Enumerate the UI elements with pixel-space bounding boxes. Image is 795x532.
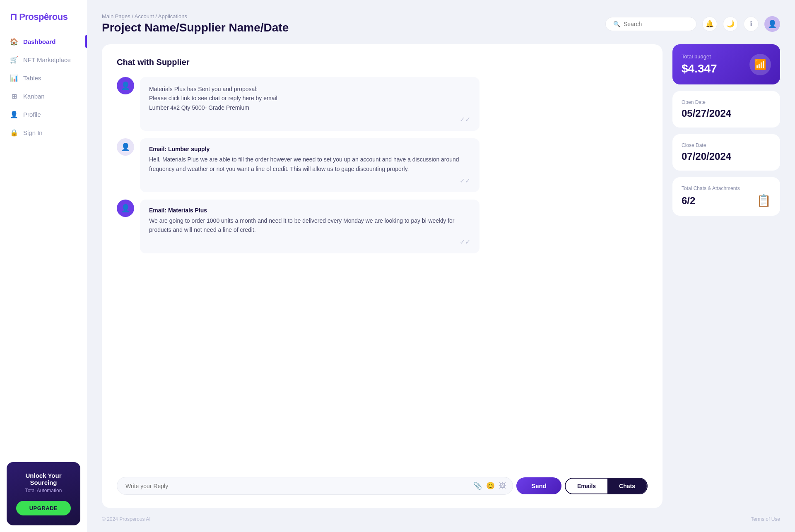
open-date-label: Open Date	[682, 99, 771, 105]
side-cards: Total budget $4.347 📶 Open Date 05/27/20…	[672, 44, 780, 508]
upgrade-button[interactable]: UPGRADE	[16, 501, 71, 515]
search-box[interactable]: 🔍	[605, 17, 696, 31]
sidebar-item-profile[interactable]: 👤Profile	[0, 105, 87, 123]
kanban-icon: ⊞	[10, 92, 18, 100]
sidebar-item-label: Kanban	[23, 93, 45, 100]
sidebar-nav: 🏠Dashboard🛒NFT Marketplace📊Tables⊞Kanban…	[0, 32, 87, 455]
sidebar-item-nft-marketplace[interactable]: 🛒NFT Marketplace	[0, 51, 87, 69]
msg-text: We are going to order 1000 units a month…	[149, 216, 470, 235]
chat-panel: Chat with Supplier 👤Materials Plus has S…	[102, 44, 662, 508]
dashboard-icon: 🏠	[10, 37, 18, 46]
topbar: Main Pages / Account / Applications Proj…	[102, 13, 780, 34]
search-input[interactable]	[624, 21, 689, 27]
dark-mode-icon[interactable]: 🌙	[723, 17, 738, 31]
emails-button[interactable]: Emails	[566, 479, 607, 493]
chats-attachments-value: 6/2	[682, 195, 695, 207]
open-date-value: 05/27/2024	[682, 108, 771, 119]
sidebar-item-tables[interactable]: 📊Tables	[0, 69, 87, 87]
sidebar-item-label: Profile	[23, 111, 41, 118]
sidebar-item-kanban[interactable]: ⊞Kanban	[0, 87, 87, 105]
msg-text: Please click link to see chat or reply h…	[149, 94, 470, 103]
msg-avatar: 👤	[117, 138, 134, 156]
sign-in-icon: 🔒	[10, 128, 18, 137]
sidebar-item-label: Sign In	[23, 129, 43, 136]
msg-avatar: 👤	[117, 200, 134, 217]
emoji-icon[interactable]: 😊	[486, 481, 495, 490]
notifications-icon[interactable]: 🔔	[702, 17, 717, 31]
upgrade-title: Unlock Your Sourcing	[15, 472, 72, 486]
content-area: Chat with Supplier 👤Materials Plus has S…	[102, 44, 780, 508]
chat-messages: 👤Materials Plus has Sent you and proposa…	[117, 77, 648, 467]
chats-attachments-row: 6/2 📋	[682, 194, 771, 207]
emails-chats-toggle: Emails Chats	[565, 478, 648, 494]
avatar[interactable]: 👤	[764, 16, 780, 32]
check-icon: ✓✓	[460, 116, 470, 123]
profile-icon: 👤	[10, 110, 18, 118]
breadcrumb: Main Pages / Account / Applications	[102, 13, 289, 19]
msg-text: Materials Plus has Sent you and proposal…	[149, 84, 470, 94]
upgrade-card: Unlock Your Sourcing Total Automation UP…	[7, 462, 80, 525]
copyright: © 2024 Prosperous AI	[102, 516, 151, 522]
reply-input[interactable]	[125, 483, 468, 489]
chat-message: 👤Email: Lumber supplyHell, Materials Plu…	[117, 138, 648, 192]
sidebar-item-label: Dashboard	[23, 38, 55, 45]
sidebar-item-sign-in[interactable]: 🔒Sign In	[0, 123, 87, 142]
msg-sender: Email: Materials Plus	[149, 207, 470, 214]
msg-bubble: Email: Materials PlusWe are going to ord…	[140, 200, 479, 253]
image-icon[interactable]: 🖼	[499, 482, 506, 490]
close-date-value: 07/20/2024	[682, 151, 771, 162]
logo-text: Prospêrous	[19, 12, 67, 22]
reply-icons: 📎 😊 🖼	[473, 481, 506, 490]
info-icon[interactable]: ℹ	[744, 17, 759, 31]
search-icon: 🔍	[613, 21, 620, 27]
chats-button[interactable]: Chats	[607, 479, 647, 493]
budget-icon: 📶	[749, 54, 771, 75]
sidebar: ⊓ Prospêrous 🏠Dashboard🛒NFT Marketplace📊…	[0, 0, 87, 532]
reply-box: 📎 😊 🖼	[117, 477, 513, 495]
chats-attachments-label: Total Chats & Attachments	[682, 185, 771, 191]
budget-card: Total budget $4.347 📶	[672, 44, 780, 84]
close-date-card: Close Date 07/20/2024	[672, 134, 780, 171]
chat-title: Chat with Supplier	[117, 58, 648, 67]
tables-icon: 📊	[10, 74, 18, 82]
attachment-icon[interactable]: 📎	[473, 481, 482, 490]
budget-value: $4.347	[682, 62, 717, 75]
upgrade-subtitle: Total Automation	[15, 488, 72, 493]
topbar-right: 🔍 🔔 🌙 ℹ 👤	[605, 16, 780, 32]
msg-text: Hell, Materials Plus we are able to fill…	[149, 155, 470, 173]
document-icon: 📋	[756, 194, 771, 207]
sidebar-item-label: Tables	[23, 75, 41, 82]
main-content: Main Pages / Account / Applications Proj…	[87, 0, 795, 532]
msg-bubble: Email: Lumber supplyHell, Materials Plus…	[140, 138, 479, 192]
check-icon: ✓✓	[460, 238, 470, 246]
app-logo: ⊓ Prospêrous	[0, 0, 87, 32]
msg-sender: Email: Lumber supply	[149, 146, 470, 152]
nft-marketplace-icon: 🛒	[10, 55, 18, 64]
check-icon: ✓✓	[460, 177, 470, 185]
msg-bubble: Materials Plus has Sent you and proposal…	[140, 77, 479, 131]
page-footer: © 2024 Prosperous AI Terms of Use	[102, 516, 780, 522]
msg-text: Lumber 4x2 Qty 5000- Grade Premium	[149, 103, 470, 112]
close-date-label: Close Date	[682, 142, 771, 148]
msg-avatar: 👤	[117, 77, 134, 94]
terms-of-use[interactable]: Terms of Use	[751, 516, 780, 522]
chat-message: 👤Materials Plus has Sent you and proposa…	[117, 77, 648, 131]
sidebar-item-label: NFT Marketplace	[23, 56, 71, 63]
page-title: Project Name/Supplier Name/Date	[102, 21, 289, 34]
sidebar-item-dashboard[interactable]: 🏠Dashboard	[0, 32, 87, 51]
budget-label: Total budget	[682, 53, 717, 60]
chats-attachments-card: Total Chats & Attachments 6/2 📋	[672, 177, 780, 216]
open-date-card: Open Date 05/27/2024	[672, 91, 780, 128]
send-button[interactable]: Send	[516, 477, 561, 494]
chat-message: 👤Email: Materials PlusWe are going to or…	[117, 200, 648, 253]
